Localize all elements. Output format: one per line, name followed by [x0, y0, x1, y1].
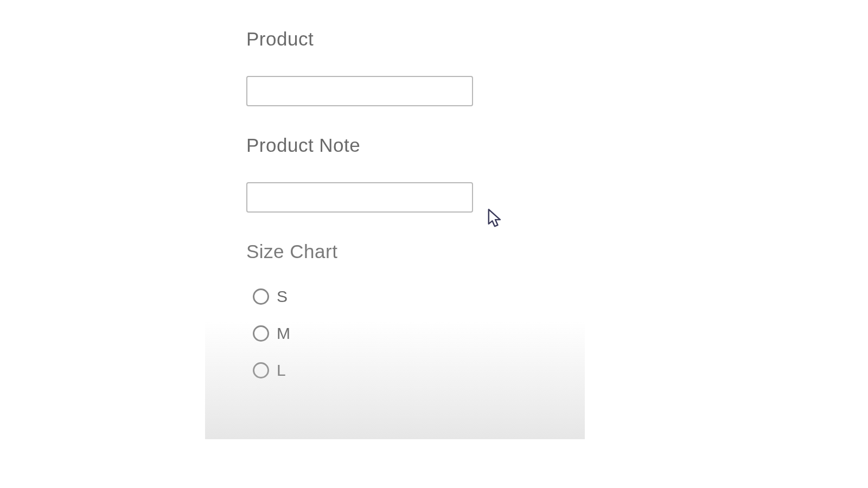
size-option-label: M — [277, 324, 290, 343]
size-option-l[interactable]: L — [253, 361, 473, 380]
size-radio-group: S M L — [246, 287, 473, 380]
radio-icon — [253, 325, 269, 342]
size-chart-label: Size Chart — [246, 241, 473, 262]
size-option-label: L — [277, 361, 286, 380]
radio-icon — [253, 288, 269, 305]
radio-icon — [253, 362, 269, 378]
product-note-input[interactable] — [246, 182, 473, 213]
size-chart-section: Size Chart S M L — [246, 241, 473, 380]
product-note-label: Product Note — [246, 134, 473, 156]
product-label: Product — [246, 28, 473, 50]
size-option-s[interactable]: S — [253, 287, 473, 306]
size-option-label: S — [277, 287, 288, 306]
product-input[interactable] — [246, 76, 473, 106]
product-form: Product Product Note Size Chart S M L — [246, 28, 473, 380]
size-option-m[interactable]: M — [253, 324, 473, 343]
cursor-icon — [486, 208, 505, 230]
